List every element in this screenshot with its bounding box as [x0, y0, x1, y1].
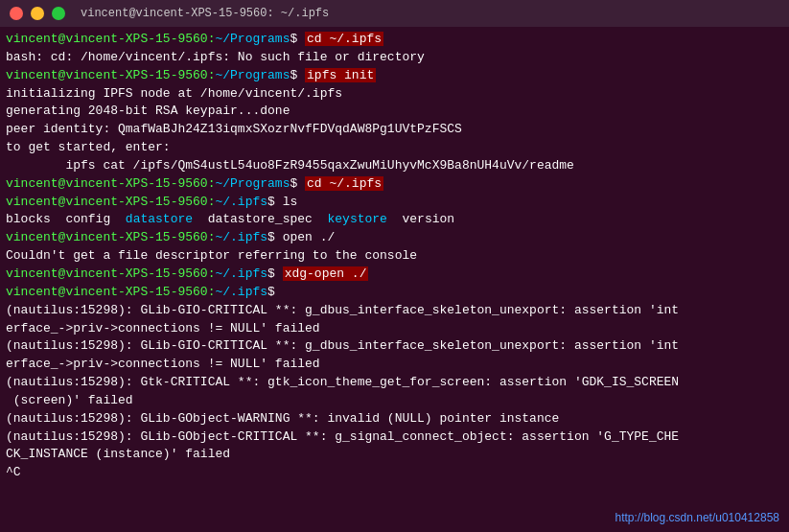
terminal-line: ^C: [6, 464, 783, 482]
terminal-line: bash: cd: /home/vincent/.ipfs: No such f…: [6, 49, 783, 67]
terminal-line: (screen)' failed: [6, 392, 783, 410]
terminal-line: CK_INSTANCE (instance)' failed: [6, 446, 783, 464]
terminal-line: (nautilus:15298): GLib-GIO-CRITICAL **: …: [6, 337, 783, 356]
maximize-button[interactable]: [52, 7, 65, 20]
title-bar: vincent@vincent-XPS-15-9560: ~/.ipfs: [0, 0, 789, 27]
terminal-line: (nautilus:15298): GLib-GObject-WARNING *…: [6, 410, 783, 428]
terminal-line: vincent@vincent-XPS-15-9560:~/Programs$ …: [6, 175, 783, 194]
terminal-line: vincent@vincent-XPS-15-9560:~/Programs$ …: [6, 31, 783, 49]
terminal-line: Couldn't get a file descriptor referring…: [6, 247, 783, 266]
terminal-line: erface_->priv->connections != NULL' fail…: [6, 356, 783, 374]
terminal-line: vincent@vincent-XPS-15-9560:~/.ipfs$: [6, 284, 783, 302]
terminal-line: vincent@vincent-XPS-15-9560:~/.ipfs$ ls: [6, 194, 783, 212]
terminal-line: blocks config datastore datastore_spec k…: [6, 211, 783, 229]
terminal-line: vincent@vincent-XPS-15-9560:~/.ipfs$ xdg…: [6, 266, 783, 284]
window-title: vincent@vincent-XPS-15-9560: ~/.ipfs: [81, 7, 329, 20]
terminal-line: (nautilus:15298): GLib-GObject-CRITICAL …: [6, 428, 783, 447]
terminal-line: generating 2048-bit RSA keypair...done: [6, 103, 783, 121]
terminal-line: erface_->priv->connections != NULL' fail…: [6, 320, 783, 338]
terminal-line: (nautilus:15298): GLib-GIO-CRITICAL **: …: [6, 302, 783, 320]
terminal-line: peer identity: QmafWaBJh24Z13iqmxSXozrNv…: [6, 121, 783, 139]
terminal-line: (nautilus:15298): Gtk-CRITICAL **: gtk_i…: [6, 374, 783, 392]
minimize-button[interactable]: [31, 7, 44, 20]
terminal-line: to get started, enter:: [6, 139, 783, 157]
terminal-content[interactable]: vincent@vincent-XPS-15-9560:~/Programs$ …: [0, 27, 789, 532]
terminal-line: ipfs cat /ipfs/QmS4ustL54uo8FzR9455qaxZw…: [6, 157, 783, 175]
close-button[interactable]: [10, 7, 23, 20]
terminal-window: vincent@vincent-XPS-15-9560: ~/.ipfs vin…: [0, 0, 789, 532]
terminal-line: vincent@vincent-XPS-15-9560:~/.ipfs$ ope…: [6, 229, 783, 247]
watermark: http://blog.csdn.net/u010412858: [615, 511, 779, 524]
terminal-line: initializing IPFS node at /home/vincent/…: [6, 85, 783, 104]
terminal-line: vincent@vincent-XPS-15-9560:~/Programs$ …: [6, 67, 783, 85]
